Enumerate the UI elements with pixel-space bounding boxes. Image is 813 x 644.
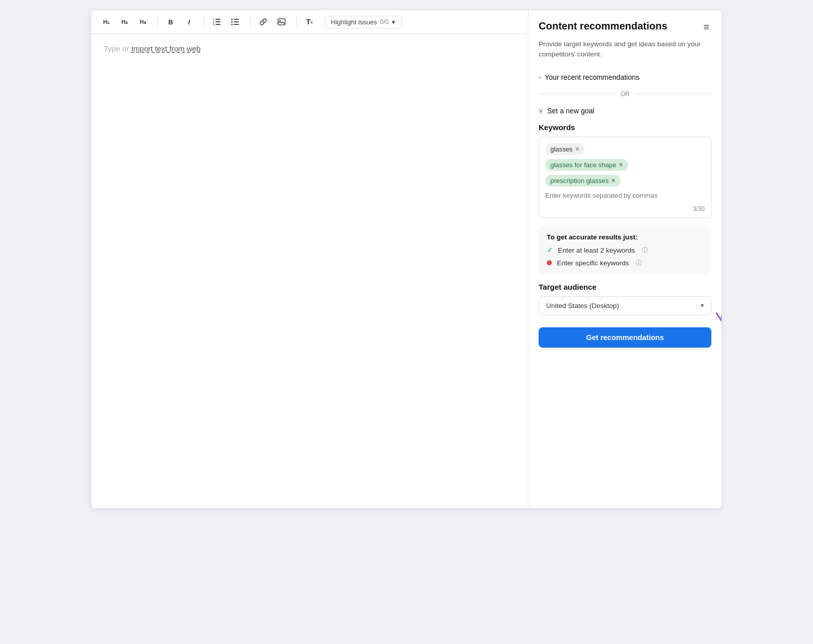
tip-check-icon: ✓: [547, 246, 553, 254]
import-text-link[interactable]: Import text from web: [131, 44, 201, 53]
dropdown-arrow-icon: ▾: [392, 18, 395, 26]
editor-placeholder: Type or Import text from web: [104, 44, 201, 53]
editor-panel: H₁ H₂ H₃ B I 1 2 3: [91, 10, 528, 508]
keyword-tag-remove-face-shape[interactable]: ×: [619, 161, 623, 168]
keyword-tag-label: prescription glasses: [550, 177, 609, 185]
keyword-tag-glasses: glasses ×: [545, 143, 584, 155]
tip-info-keywords[interactable]: ⓘ: [642, 246, 648, 255]
keyword-tag-label: glasses: [550, 145, 573, 153]
chevron-down-icon: ∨: [539, 107, 543, 114]
svg-point-9: [231, 19, 233, 20]
bold-button[interactable]: B: [162, 14, 179, 29]
set-goal-label: Set a new goal: [547, 107, 595, 115]
sidebar-title: Content recommendations: [539, 20, 701, 32]
toolbar: H₁ H₂ H₃ B I 1 2 3: [91, 10, 528, 34]
audience-value: United States (Desktop): [546, 302, 619, 310]
ordered-list-button[interactable]: 1 2 3: [208, 14, 226, 29]
app-container: H₁ H₂ H₃ B I 1 2 3: [91, 10, 722, 508]
clear-format-button[interactable]: Tx: [301, 14, 318, 29]
divider-1: [158, 16, 158, 27]
divider-3: [250, 16, 251, 27]
or-divider: OR: [528, 86, 722, 102]
insert-buttons: [255, 14, 290, 29]
sidebar-menu-button[interactable]: ≡: [701, 20, 711, 34]
editor-content[interactable]: Type or Import text from web: [91, 34, 528, 508]
tips-title: To get accurate results just:: [547, 233, 703, 241]
tips-box: To get accurate results just: ✓ Enter at…: [539, 226, 711, 274]
tip-label-keywords: Enter at least 2 keywords: [558, 247, 635, 254]
menu-icon: ≡: [703, 21, 709, 33]
keywords-text-input[interactable]: [545, 191, 705, 200]
tip-info-specific[interactable]: ⓘ: [636, 259, 642, 267]
tip-item-keywords: ✓ Enter at least 2 keywords ⓘ: [547, 246, 703, 255]
svg-rect-8: [234, 24, 239, 25]
svg-rect-1: [215, 21, 221, 22]
h3-button[interactable]: H₃: [134, 14, 151, 29]
keyword-tags-row-2: glasses for face shape ×: [545, 159, 705, 171]
target-audience-section: Target audience United States (Desktop) …: [528, 283, 722, 323]
target-audience-title: Target audience: [539, 283, 711, 291]
keyword-tag-label: glasses for face shape: [550, 161, 616, 169]
highlight-dropdown[interactable]: Highlight issues 0/0 ▾: [324, 16, 402, 28]
keyword-tags-row: glasses ×: [545, 143, 705, 155]
h2-button[interactable]: H₂: [116, 14, 133, 29]
svg-point-11: [231, 24, 233, 25]
keyword-tags-row-3: prescription glasses ×: [545, 175, 705, 187]
italic-button[interactable]: I: [180, 14, 198, 29]
svg-point-10: [231, 21, 233, 23]
keyword-tag-remove-prescription[interactable]: ×: [611, 177, 615, 184]
highlight-label: Highlight issues: [331, 18, 377, 26]
keyword-tag-remove-glasses[interactable]: ×: [575, 145, 579, 152]
dropdown-chevron-icon: ▾: [701, 302, 704, 309]
sidebar: Content recommendations ≡ Provide target…: [528, 10, 722, 508]
recent-recommendations-toggle[interactable]: › Your recent recommendations: [528, 68, 722, 86]
h1-button[interactable]: H₁: [98, 14, 115, 29]
divider-2: [204, 16, 204, 27]
keywords-title: Keywords: [539, 123, 711, 132]
svg-rect-2: [215, 24, 221, 25]
tip-label-specific: Enter specific keywords: [557, 259, 629, 267]
or-label: OR: [620, 90, 630, 98]
keywords-counter: 3/30: [693, 205, 705, 212]
sidebar-description: Provide target keywords and get ideas ba…: [528, 39, 722, 68]
sidebar-header: Content recommendations ≡: [528, 10, 722, 39]
keywords-input-box[interactable]: glasses × glasses for face shape × presc…: [539, 137, 711, 218]
svg-text:3: 3: [213, 23, 214, 25]
keyword-tag-prescription: prescription glasses ×: [545, 175, 620, 187]
tip-item-specific: Enter specific keywords ⓘ: [547, 259, 703, 267]
divider-4: [296, 16, 297, 27]
chevron-right-icon: ›: [539, 74, 541, 81]
svg-rect-6: [234, 19, 239, 20]
keyword-tag-face-shape: glasses for face shape ×: [545, 159, 628, 171]
audience-dropdown[interactable]: United States (Desktop) ▾: [539, 296, 711, 315]
image-button[interactable]: [273, 14, 290, 29]
get-recommendations-button[interactable]: Get recommendations: [539, 327, 711, 348]
highlight-count: 0/0: [380, 18, 389, 25]
link-button[interactable]: [255, 14, 272, 29]
keywords-section: Keywords glasses × glasses for face shap…: [528, 123, 722, 226]
svg-rect-0: [215, 19, 221, 20]
tip-dot-icon: [547, 260, 552, 265]
recent-recommendations-label: Your recent recommendations: [545, 73, 639, 81]
list-buttons: 1 2 3: [208, 14, 244, 29]
set-goal-toggle[interactable]: ∨ Set a new goal: [528, 102, 722, 123]
svg-rect-7: [234, 21, 239, 22]
unordered-list-button[interactable]: [227, 14, 244, 29]
heading-buttons: H₁ H₂ H₃: [98, 14, 151, 29]
format-buttons: B I: [162, 14, 198, 29]
